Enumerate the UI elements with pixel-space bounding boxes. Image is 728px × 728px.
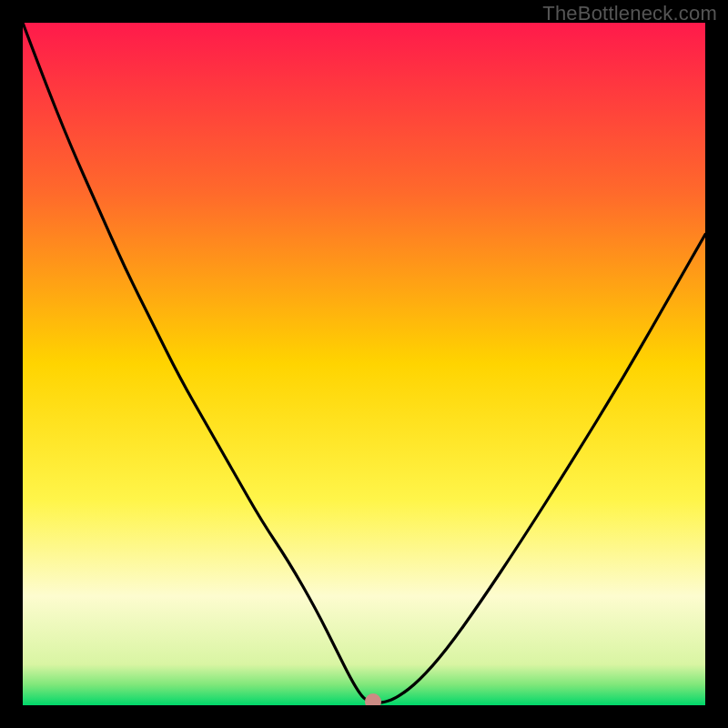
plot-area (23, 23, 705, 705)
bottleneck-curve (23, 23, 705, 703)
chart-frame: TheBottleneck.com (0, 0, 728, 728)
curve-layer (23, 23, 705, 705)
minimum-marker (365, 693, 381, 705)
